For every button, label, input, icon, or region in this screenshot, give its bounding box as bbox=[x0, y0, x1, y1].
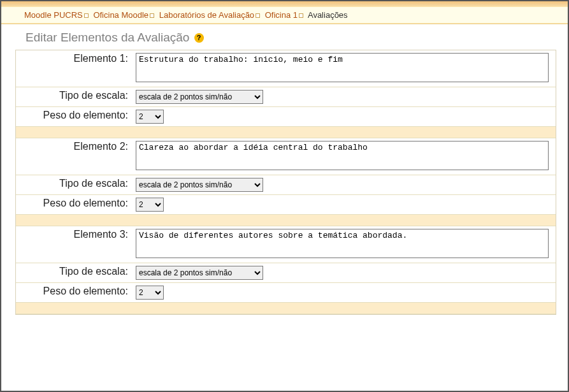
section-gap bbox=[16, 215, 556, 226]
topbar-gradient bbox=[1, 1, 568, 6]
weight-select[interactable]: 2 bbox=[136, 110, 164, 124]
element-desc-input[interactable] bbox=[136, 141, 549, 170]
element-label: Elemento 1: bbox=[16, 50, 132, 87]
weight-label: Peso do elemento: bbox=[16, 195, 132, 215]
scale-label: Tipo de escala: bbox=[16, 263, 132, 283]
section-gap bbox=[16, 303, 556, 314]
scale-label: Tipo de escala: bbox=[16, 175, 132, 195]
scale-select[interactable]: escala de 2 pontos sim/não bbox=[136, 266, 263, 280]
help-icon[interactable]: ? bbox=[194, 33, 204, 43]
breadcrumb-link-section[interactable]: Laboratórios de Avaliação bbox=[159, 10, 254, 20]
breadcrumb: Moodle PUCRS Oficina Moodle Laboratórios… bbox=[1, 6, 568, 24]
scale-select[interactable]: escala de 2 pontos sim/não bbox=[136, 178, 263, 192]
breadcrumb-sep-icon bbox=[299, 13, 303, 18]
scale-label: Tipo de escala: bbox=[16, 87, 132, 107]
weight-select[interactable]: 2 bbox=[136, 198, 164, 212]
page-title: Editar Elementos da Avaliação ? bbox=[1, 24, 568, 50]
elements-table: Elemento 1: Tipo de escala: escala de 2 … bbox=[16, 50, 556, 314]
breadcrumb-sep-icon bbox=[84, 13, 89, 18]
form-container: Elemento 1: Tipo de escala: escala de 2 … bbox=[15, 50, 556, 315]
breadcrumb-link-root[interactable]: Moodle PUCRS bbox=[24, 10, 83, 20]
breadcrumb-current: Avaliações bbox=[308, 10, 348, 20]
element-label: Elemento 2: bbox=[16, 138, 132, 175]
scale-select[interactable]: escala de 2 pontos sim/não bbox=[136, 90, 263, 104]
breadcrumb-link-activity[interactable]: Oficina 1 bbox=[265, 10, 298, 20]
element-desc-input[interactable] bbox=[136, 53, 549, 82]
element-label: Elemento 3: bbox=[16, 226, 132, 263]
breadcrumb-link-course[interactable]: Oficina Moodle bbox=[93, 10, 148, 20]
element-desc-input[interactable] bbox=[136, 229, 549, 258]
weight-label: Peso do elemento: bbox=[16, 107, 132, 127]
page-title-text: Editar Elementos da Avaliação bbox=[25, 31, 189, 44]
section-gap bbox=[16, 127, 556, 138]
breadcrumb-sep-icon bbox=[150, 13, 154, 18]
weight-select[interactable]: 2 bbox=[136, 286, 164, 300]
weight-label: Peso do elemento: bbox=[16, 283, 132, 303]
topbar: Moodle PUCRS Oficina Moodle Laboratórios… bbox=[1, 1, 568, 24]
breadcrumb-sep-icon bbox=[256, 13, 260, 18]
